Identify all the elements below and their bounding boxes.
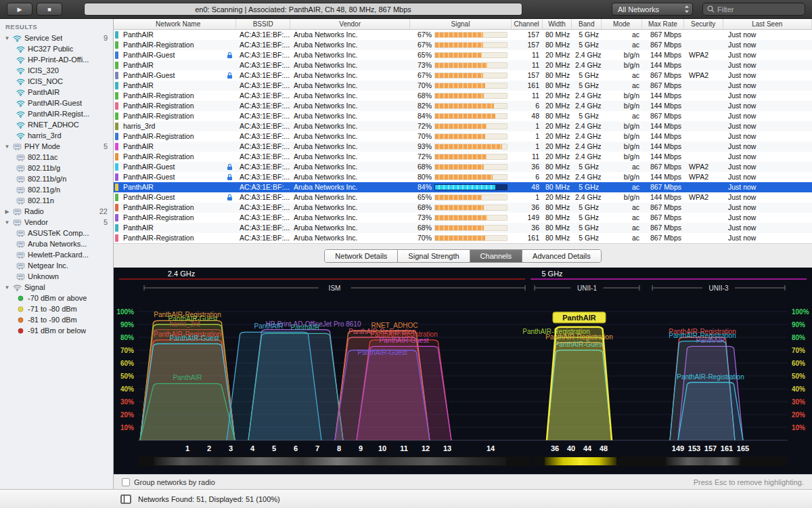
column-header-bssid[interactable]: BSSID <box>236 19 290 29</box>
sidebar-item-rnet-adhoc[interactable]: RNET_ADHOC <box>0 119 113 130</box>
group-by-radio-checkbox[interactable] <box>122 478 130 486</box>
tab-advanced-details[interactable]: Advanced Details <box>522 250 601 262</box>
adapter-icon <box>16 240 25 249</box>
network-color-indicator <box>115 204 118 211</box>
table-row[interactable]: PanthAIRAC:A3:1E:BF:...Aruba Networks In… <box>114 81 812 91</box>
sidebar-item-netgear-inc[interactable]: Netgear Inc. <box>0 260 113 271</box>
table-row[interactable]: PanthAIR-GuestAC:A3:1E:BF:...Aruba Netwo… <box>114 192 812 203</box>
table-row[interactable]: harris_3rdAC:A3:1E:BF:...Aruba Networks … <box>114 121 812 131</box>
table-row[interactable]: PanthAIRAC:A3:1E:BF:...Aruba Networks In… <box>114 60 812 70</box>
table-row[interactable]: PanthAIR-RegistrationAC:A3:1E:BF:...Arub… <box>114 131 812 142</box>
sidebar-item-802-11b-g-n[interactable]: 802.11b/g/n <box>0 173 113 184</box>
filter-field[interactable] <box>702 3 805 16</box>
sidebar-item-802-11n[interactable]: 802.11n <box>0 195 113 206</box>
sidebar-item-802-11ac[interactable]: 802.11ac <box>0 152 113 163</box>
sidebar-item-panthair-guest[interactable]: PanthAIR-Guest <box>0 98 113 108</box>
sidebar-item-81-to-90-dbm[interactable]: -81 to -90 dBm <box>0 314 113 325</box>
table-row[interactable]: PanthAIR-GuestAC:A3:1E:BF:...Aruba Netwo… <box>114 172 812 182</box>
network-name-cell: PanthAIR-Registration <box>120 203 237 213</box>
table-row[interactable]: PanthAIR-GuestAC:A3:1E:BF:...Aruba Netwo… <box>114 162 812 172</box>
signal-percent: 68% <box>413 223 432 233</box>
sidebar-item-71-to-80-dbm[interactable]: -71 to -80 dBm <box>0 303 113 314</box>
column-header-max-rate[interactable]: Max Rate <box>642 19 684 29</box>
column-header-last-seen[interactable]: Last Seen <box>723 19 812 29</box>
sidebar-item-harris-3rd[interactable]: harris_3rd <box>0 130 113 141</box>
signal-bar <box>434 103 508 109</box>
channels-chart[interactable]: 100%100%90%90%80%80%70%70%60%60%50%50%40… <box>114 268 812 474</box>
column-header-vendor[interactable]: Vendor <box>290 19 410 29</box>
sidebar-item-70-dbm-or-above[interactable]: -70 dBm or above <box>0 293 113 303</box>
network-name: PanthAIR-Registration <box>123 101 194 111</box>
max-rate-cell: 867 Mbps <box>644 70 686 81</box>
chevron-down-icon[interactable]: ▼ <box>4 284 10 291</box>
scan-start-button[interactable]: ▶ <box>7 3 32 16</box>
sidebar-section-vendor[interactable]: ▼Vendor5 <box>0 217 113 228</box>
table-row[interactable]: PanthAIR-RegistrationAC:A3:1E:BF:...Arub… <box>114 213 812 223</box>
bssid-cell: AC:A3:1E:BF:... <box>237 70 291 81</box>
network-name-cell: harris_3rd <box>120 121 237 131</box>
column-header-network-name[interactable]: Network Name <box>120 19 236 29</box>
vendor-cell: Aruba Networks Inc. <box>291 91 411 101</box>
sidebar-item-asustek-comp[interactable]: ASUSTeK Comp... <box>0 228 113 238</box>
column-header-security[interactable]: Security <box>684 19 723 29</box>
sidebar-section-radio[interactable]: ▶Radio22 <box>0 206 113 217</box>
last-seen-cell: Just now <box>725 101 812 111</box>
tab-signal-strength[interactable]: Signal Strength <box>398 250 470 262</box>
sidebar-toggle-icon[interactable] <box>120 494 131 504</box>
sidebar-item-icis-noc[interactable]: ICIS_NOC <box>0 76 113 87</box>
tab-network-details[interactable]: Network Details <box>325 250 398 262</box>
sidebar-item-panthair-regist[interactable]: PanthAIR-Regist... <box>0 108 113 119</box>
column-header-signal[interactable]: Signal <box>410 19 511 29</box>
sidebar-item-hp-print-ad-offi[interactable]: HP-Print-AD-Offi... <box>0 54 113 65</box>
security-cell: WPA2 <box>686 50 725 60</box>
sidebar-item-hewlett-packard[interactable]: Hewlett-Packard... <box>0 249 113 260</box>
table-row[interactable]: PanthAIR-GuestAC:A3:1E:BF:...Aruba Netwo… <box>114 50 812 60</box>
sidebar-item-aruba-networks[interactable]: Aruba Networks... <box>0 238 113 249</box>
sidebar-item-panthair[interactable]: PanthAIR <box>0 87 113 98</box>
table-row[interactable]: PanthAIR-RegistrationAC:A3:1E:BF:...Arub… <box>114 111 812 121</box>
sidebar-item-802-11g-n[interactable]: 802.11g/n <box>0 184 113 195</box>
table-header[interactable]: Network NameBSSIDVendorSignalChannelWidt… <box>114 19 812 30</box>
column-header-width[interactable]: Width <box>543 19 572 29</box>
chevron-down-icon[interactable]: ▼ <box>4 219 10 226</box>
table-body: PanthAIRAC:A3:1E:BF:...Aruba Networks In… <box>114 30 812 243</box>
table-row[interactable]: PanthAIR-GuestAC:A3:1E:BF:...Aruba Netwo… <box>114 70 812 81</box>
table-row[interactable]: PanthAIR-RegistrationAC:A3:1E:BF:...Arub… <box>114 101 812 111</box>
sidebar-section-phy-mode[interactable]: ▼PHY Mode5 <box>0 141 113 152</box>
chevron-down-icon[interactable]: ▼ <box>4 35 10 41</box>
table-row[interactable]: PanthAIRAC:A3:1E:BF:...Aruba Networks In… <box>114 182 812 192</box>
svg-text:ISM: ISM <box>329 284 341 292</box>
sidebar-item-91-dbm-or-below[interactable]: -91 dBm or below <box>0 325 113 336</box>
table-row[interactable]: PanthAIRAC:A3:1E:BF:...Aruba Networks In… <box>114 30 812 40</box>
sidebar-section-signal[interactable]: ▼Signal <box>0 282 113 293</box>
network-filter-dropdown[interactable]: All Networks <box>612 3 693 16</box>
sidebar-item-icis-320[interactable]: ICIS_320 <box>0 65 113 76</box>
max-rate-cell: 144 Mbps <box>644 50 686 60</box>
sidebar-item-unknown[interactable]: Unknown <box>0 271 113 282</box>
sidebar-item-hc327-public[interactable]: HC327 Public <box>0 43 113 54</box>
network-color-indicator <box>115 82 118 89</box>
table-row[interactable]: PanthAIRAC:A3:1E:BF:...Aruba Networks In… <box>114 142 812 152</box>
sidebar-item-label: HC327 Public <box>28 45 73 53</box>
table-row[interactable]: PanthAIR-RegistrationAC:A3:1E:BF:...Arub… <box>114 152 812 162</box>
sidebar-section-service-set[interactable]: ▼Service Set9 <box>0 33 113 43</box>
network-color-indicator <box>115 133 118 140</box>
tab-channels[interactable]: Channels <box>470 250 522 262</box>
table-row[interactable]: PanthAIR-RegistrationAC:A3:1E:BF:...Arub… <box>114 91 812 101</box>
svg-text:PanthAIR-Guest: PanthAIR-Guest <box>358 349 407 356</box>
column-header-channel[interactable]: Channel <box>512 19 543 29</box>
filter-input[interactable] <box>717 5 800 14</box>
column-header-mode[interactable]: Mode <box>602 19 642 29</box>
scan-stop-button[interactable]: ■ <box>37 3 62 16</box>
svg-text:PanthAIR-Guest: PanthAIR-Guest <box>380 337 429 344</box>
mode-cell: ac <box>604 182 644 192</box>
column-header-band[interactable]: Band <box>572 19 602 29</box>
svg-text:40%: 40% <box>120 385 134 393</box>
table-row[interactable]: PanthAIRAC:A3:1E:BF:...Aruba Networks In… <box>114 223 812 233</box>
table-row[interactable]: PanthAIR-RegistrationAC:A3:1E:BF:...Arub… <box>114 233 812 243</box>
table-row[interactable]: PanthAIR-RegistrationAC:A3:1E:BF:...Arub… <box>114 203 812 213</box>
chevron-down-icon[interactable]: ▼ <box>4 144 10 150</box>
sidebar-item-802-11b-g[interactable]: 802.11b/g <box>0 163 113 173</box>
chevron-right-icon[interactable]: ▶ <box>4 209 10 215</box>
table-row[interactable]: PanthAIR-RegistrationAC:A3:1E:BF:...Arub… <box>114 40 812 50</box>
